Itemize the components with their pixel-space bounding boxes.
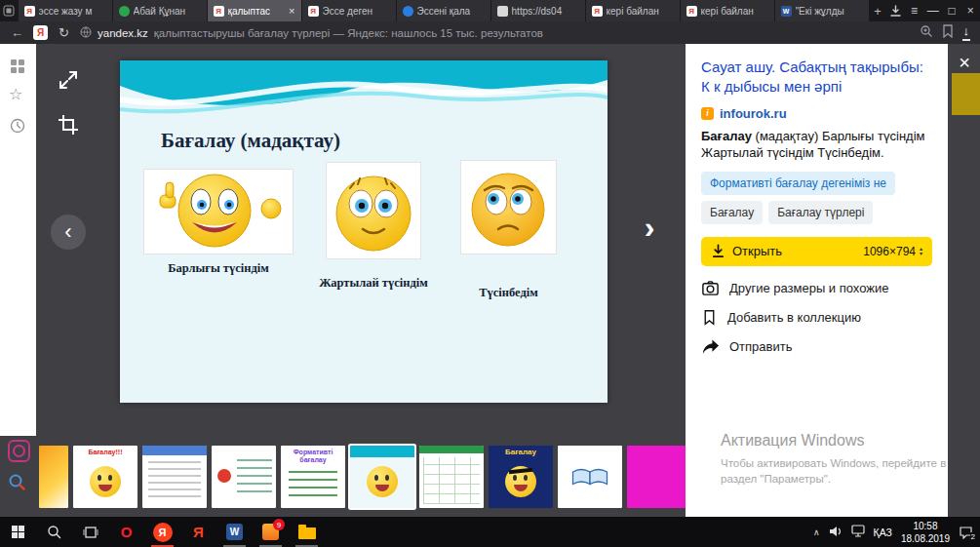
- thumbnail[interactable]: [212, 446, 276, 508]
- windows-taskbar: O Я Я W 9 ∧ ҚАЗ 10:58 18.08.2019 2: [0, 517, 980, 547]
- thumbnail[interactable]: [627, 446, 686, 508]
- slide-wave-decoration: [120, 60, 608, 121]
- thumbnail[interactable]: [39, 446, 68, 508]
- action-center-icon[interactable]: 2: [959, 526, 973, 539]
- notification-count: 2: [970, 532, 976, 541]
- browser-tab-5[interactable]: Эссені қала: [397, 0, 490, 21]
- previous-image-button[interactable]: ‹: [51, 215, 86, 250]
- maximize-button[interactable]: □: [942, 0, 960, 21]
- smiley-graphic: [90, 466, 121, 497]
- yandex-favicon: Я: [592, 6, 603, 17]
- browser-sidebar: ☆: [0, 44, 36, 436]
- thumbnail[interactable]: Бағалау: [489, 446, 553, 508]
- hidden-icons-chevron[interactable]: ∧: [813, 527, 820, 537]
- fullscreen-icon[interactable]: [54, 65, 83, 95]
- yandex-app-icon[interactable]: Я: [180, 517, 216, 547]
- tab-overview-icon[interactable]: [0, 0, 19, 21]
- thumbnail-selected[interactable]: [350, 446, 414, 508]
- word-favicon: W: [781, 6, 792, 17]
- refresh-icon[interactable]: ↻: [57, 26, 71, 39]
- browser-window: Я эссе жазу м Абай Құнан Я қалыптас × Я …: [0, 0, 980, 547]
- document-favicon: [497, 6, 508, 17]
- add-to-collection-button[interactable]: Добавить в коллекцию: [701, 303, 932, 332]
- other-sizes-button[interactable]: Другие размеры и похожие: [701, 274, 932, 303]
- share-button[interactable]: Отправить: [701, 332, 932, 362]
- thumbnail[interactable]: [558, 446, 622, 508]
- query-chip[interactable]: Бағалау түрлері: [768, 201, 873, 224]
- yandex-favicon: Я: [24, 6, 35, 17]
- slide-title: Бағалау (мадақтау): [161, 129, 340, 153]
- source-site-link[interactable]: infourok.ru: [720, 106, 787, 121]
- file-explorer-icon[interactable]: [289, 517, 325, 547]
- clock[interactable]: 10:58 18.08.2019: [901, 520, 950, 545]
- search-service-icon[interactable]: [8, 473, 30, 495]
- downloads-tray-icon[interactable]: [886, 0, 905, 21]
- tab-title: Эссе деген: [323, 6, 390, 17]
- viewed-image[interactable]: Бағалау (мадақтау): [120, 60, 608, 403]
- browser-tab-9[interactable]: W "Екі жұлды: [775, 0, 869, 21]
- tab-title: https://ds04: [512, 6, 579, 17]
- windows-activation-watermark: Активация Windows Чтобы активировать Win…: [721, 432, 946, 487]
- minimize-button[interactable]: —: [923, 0, 942, 21]
- yandex-home-button[interactable]: Я: [33, 25, 48, 40]
- zoom-icon[interactable]: [920, 24, 933, 42]
- yandex-browser-icon[interactable]: Я: [144, 517, 180, 547]
- yandex-favicon: Я: [214, 6, 224, 17]
- tab-close-icon[interactable]: ×: [287, 5, 294, 17]
- notification-app-icon[interactable]: 9: [253, 517, 289, 547]
- browser-tab-1[interactable]: Я эссе жазу м: [19, 0, 112, 21]
- browser-tab-2[interactable]: Абай Құнан: [113, 0, 207, 21]
- background-page-fragment: [952, 73, 980, 115]
- source-site-icon: i: [701, 107, 714, 120]
- back-icon[interactable]: ←: [10, 26, 24, 39]
- download-arrow-icon: [711, 244, 725, 259]
- thumbnail[interactable]: [419, 446, 484, 508]
- address-bar[interactable]: yandex.kz қалыптастырушы бағалау түрлері…: [80, 24, 911, 42]
- browser-tab-7[interactable]: Я кері байлан: [586, 0, 680, 21]
- browser-tab-3-active[interactable]: Я қалыптас ×: [208, 0, 301, 21]
- menu-icon[interactable]: ≡: [905, 0, 923, 21]
- close-viewer-button[interactable]: ×: [953, 52, 976, 74]
- caption-half-understood: Жартылай түсіндім: [310, 276, 437, 291]
- query-chip[interactable]: Бағалау: [701, 201, 763, 224]
- smiley-sad-image: [461, 161, 556, 254]
- tab-bar: Я эссе жазу м Абай Құнан Я қалыптас × Я …: [0, 0, 980, 21]
- instagram-icon[interactable]: [8, 440, 30, 462]
- browser-toolbar: ← Я ↻ yandex.kz қалыптастырушы бағалау т…: [0, 21, 980, 44]
- open-button[interactable]: Открыть 1096×794 ▴▾: [701, 237, 932, 266]
- word-icon[interactable]: W: [216, 517, 253, 547]
- image-title-link[interactable]: Сауат ашу. Сабақтың тақырыбы: К к дыбысы…: [701, 58, 932, 98]
- volume-icon[interactable]: [829, 524, 843, 541]
- taskbar-search-icon[interactable]: [36, 517, 72, 547]
- browser-tab-8[interactable]: Я кері байлан: [681, 0, 774, 21]
- tab-title: "Екі жұлды: [796, 6, 863, 17]
- tab-title: қалыптас: [228, 6, 284, 17]
- browser-tab-4[interactable]: Я Эссе деген: [302, 0, 396, 21]
- thumbnail[interactable]: [142, 446, 207, 508]
- language-indicator[interactable]: ҚАЗ: [874, 527, 892, 538]
- book-graphic: [570, 465, 609, 488]
- next-image-button[interactable]: ›: [632, 210, 667, 245]
- browser-tab-6[interactable]: https://ds04: [491, 0, 585, 21]
- smiley-graphic: [367, 466, 398, 497]
- crop-icon[interactable]: [54, 110, 83, 139]
- new-tab-button[interactable]: +: [870, 0, 886, 21]
- system-tray: ∧ ҚАЗ 10:58 18.08.2019 2: [813, 520, 980, 545]
- open-button-label: Открыть: [732, 244, 782, 258]
- opera-icon[interactable]: O: [108, 517, 144, 547]
- tab-title: Эссені қала: [417, 6, 485, 17]
- window-close-button[interactable]: ×: [961, 0, 980, 21]
- task-view-icon[interactable]: [72, 517, 108, 547]
- network-icon[interactable]: [851, 524, 865, 541]
- thumbnail[interactable]: Формативті бағалау: [281, 446, 345, 508]
- tiles-icon[interactable]: [11, 59, 24, 73]
- history-clock-icon[interactable]: [10, 118, 25, 137]
- thumbnail[interactable]: Бағалау!!!: [73, 446, 137, 508]
- favorites-star-icon[interactable]: ☆: [9, 85, 22, 103]
- download-icon[interactable]: ↓: [962, 24, 971, 41]
- query-chip[interactable]: Формативті бағалау дегеніміз не: [701, 172, 895, 195]
- start-button[interactable]: [0, 517, 36, 547]
- site-favicon: [403, 6, 413, 17]
- size-selector[interactable]: 1096×794 ▴▾: [863, 245, 922, 258]
- bookmark-flag-icon[interactable]: [942, 24, 954, 42]
